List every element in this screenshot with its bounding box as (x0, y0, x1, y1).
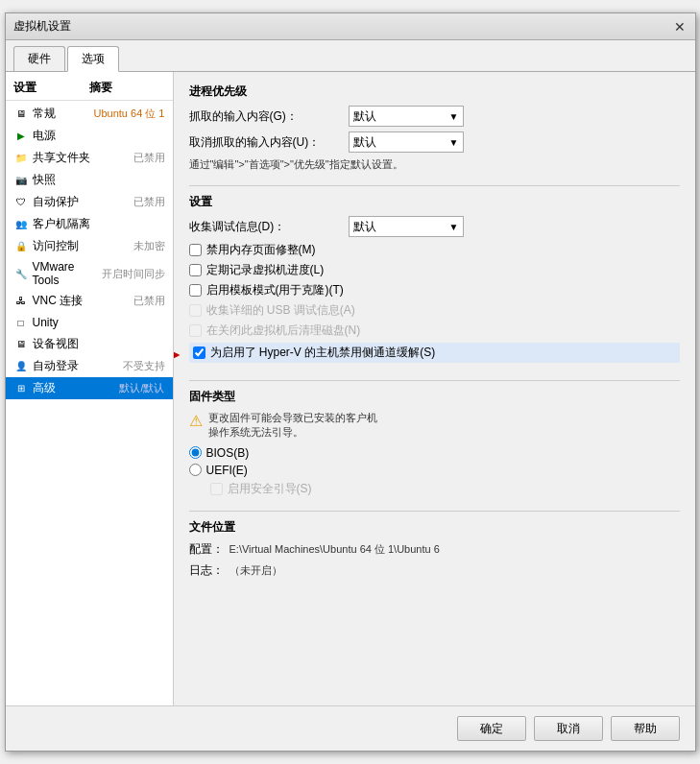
radio-bios-input[interactable] (189, 446, 202, 459)
priority-section: 进程优先级 抓取的输入内容(G)： 默认 ▼ 取消抓取的输入内容(U)： 默认 … (189, 84, 680, 172)
firmware-section: 固件类型 ⚠ 更改固件可能会导致已安装的客户机操作系统无法引导。 BIOS(B)… (189, 389, 680, 497)
close-button[interactable]: ✕ (672, 19, 688, 35)
checkbox-hyperv-label: 为启用了 Hyper-V 的主机禁用侧通道缓解(S) (210, 345, 436, 361)
ok-button[interactable]: 确定 (457, 716, 526, 741)
log-value: （未开启） (229, 563, 680, 578)
radio-uefi-input[interactable] (189, 464, 202, 476)
sidebar-item-label: 高级 (33, 380, 116, 396)
vmware-tools-icon: 🔧 (13, 266, 29, 281)
checkbox-usb-debug-label: 收集详细的 USB 调试信息(A) (206, 302, 355, 319)
radio-bios-label: BIOS(B) (206, 446, 250, 460)
sidebar-item-power[interactable]: ▶ 电源 (6, 125, 173, 147)
title-bar: 虚拟机设置 ✕ (6, 13, 695, 40)
checkbox-disable-memory[interactable]: 禁用内存页面修整(M) (189, 242, 680, 258)
main-dialog: 虚拟机设置 ✕ 硬件 选项 设置 摘要 🖥 常规 Ubuntu 64 位 1 ▶… (5, 12, 696, 752)
sidebar-item-autologin[interactable]: 👤 自动登录 不受支持 (6, 355, 173, 377)
capture-select-arrow: ▼ (449, 111, 459, 122)
sidebar-item-value: 已禁用 (133, 195, 165, 209)
release-row: 取消抓取的输入内容(U)： 默认 ▼ (189, 131, 680, 153)
cancel-button[interactable]: 取消 (534, 716, 603, 741)
divider-2 (189, 380, 680, 381)
sidebar-item-general[interactable]: 🖥 常规 Ubuntu 64 位 1 (6, 103, 173, 125)
checkbox-template-mode-label: 启用模板模式(用于克隆)(T) (206, 282, 344, 298)
checkbox-periodic-log-input[interactable] (189, 264, 202, 276)
settings-section: 设置 收集调试信息(D)： 默认 ▼ 禁用内存页面修整(M) 定期记录虚拟机进度… (189, 194, 680, 367)
checkbox-template-mode-input[interactable] (189, 284, 202, 297)
tab-options[interactable]: 选项 (67, 46, 119, 72)
sidebar-item-vmware-tools[interactable]: 🔧 VMware Tools 开启时间同步 (6, 257, 173, 290)
sidebar-item-label: 共享文件夹 (33, 150, 130, 166)
log-row: 日志： （未开启） (189, 562, 680, 579)
sidebar-item-value: 已禁用 (133, 151, 165, 165)
release-select[interactable]: 默认 ▼ (349, 131, 464, 153)
sidebar-item-label: 自动保护 (33, 194, 130, 210)
sidebar-item-shared-folders[interactable]: 📁 共享文件夹 已禁用 (6, 147, 173, 169)
sidebar-item-label: 常规 (33, 106, 90, 122)
config-row: 配置： E:\Virtual Machines\Ubuntu 64 位 1\Ub… (189, 541, 680, 558)
firmware-warning-row: ⚠ 更改固件可能会导致已安装的客户机操作系统无法引导。 (189, 411, 680, 441)
radio-bios[interactable]: BIOS(B) (189, 446, 680, 460)
checkbox-periodic-log[interactable]: 定期记录虚拟机进度(L) (189, 262, 680, 278)
checkbox-hyperv-input[interactable] (193, 346, 205, 359)
release-label: 取消抓取的输入内容(U)： (189, 134, 343, 151)
sidebar-col-setting: 设置 (13, 80, 89, 96)
vnc-icon: 🖧 (13, 294, 29, 309)
sidebar-item-label: VNC 连接 (33, 293, 130, 309)
sidebar-item-access-control[interactable]: 🔒 访问控制 未加密 (6, 235, 173, 257)
firmware-warning-text: 更改固件可能会导致已安装的客户机操作系统无法引导。 (208, 411, 377, 441)
autologin-icon: 👤 (13, 359, 29, 374)
checkbox-template-mode[interactable]: 启用模板模式(用于克隆)(T) (189, 282, 680, 298)
snapshot-icon: 📷 (13, 173, 29, 188)
collect-label: 收集调试信息(D)： (189, 219, 343, 235)
checkbox-usb-debug: 收集详细的 USB 调试信息(A) (189, 302, 680, 319)
capture-select[interactable]: 默认 ▼ (349, 106, 464, 127)
firmware-title: 固件类型 (189, 389, 680, 405)
checkbox-disable-memory-input[interactable] (189, 244, 202, 256)
sidebar-item-advanced[interactable]: ⊞ 高级 默认/默认 (6, 377, 173, 399)
advanced-icon: ⊞ (13, 381, 29, 396)
sidebar-col-summary: 摘要 (89, 80, 165, 96)
sidebar-item-value: 已禁用 (133, 294, 165, 308)
priority-hint: 通过"编辑">"首选项">"优先级"指定默认设置。 (189, 157, 680, 172)
checkbox-hyperv[interactable]: 为启用了 Hyper-V 的主机禁用侧通道缓解(S) (189, 343, 680, 363)
capture-row: 抓取的输入内容(G)： 默认 ▼ (189, 106, 680, 127)
capture-value: 默认 (353, 108, 376, 125)
device-view-icon: 🖥 (13, 337, 29, 352)
sidebar-item-snapshot[interactable]: 📷 快照 (6, 169, 173, 191)
autoprotect-icon: 🛡 (13, 195, 29, 210)
sidebar-item-device-view[interactable]: 🖥 设备视图 (6, 333, 173, 355)
sidebar-item-value: 不受支持 (123, 359, 165, 373)
config-value: E:\Virtual Machines\Ubuntu 64 位 1\Ubuntu… (229, 542, 680, 557)
sidebar-item-vnc[interactable]: 🖧 VNC 连接 已禁用 (6, 290, 173, 312)
collect-select-arrow: ▼ (449, 222, 459, 232)
warning-icon: ⚠ (189, 412, 203, 430)
checkbox-disable-memory-label: 禁用内存页面修整(M) (206, 242, 316, 258)
collect-value: 默认 (353, 219, 376, 235)
checkbox-secure-boot-input (210, 483, 223, 495)
divider-1 (189, 185, 680, 186)
shared-folder-icon: 📁 (13, 151, 29, 166)
radio-uefi-label: UEFI(E) (206, 464, 248, 477)
sidebar-item-label: 自动登录 (33, 358, 119, 374)
radio-uefi[interactable]: UEFI(E) (189, 464, 680, 477)
help-button[interactable]: 帮助 (611, 716, 680, 741)
checkbox-clean-disk-input (189, 324, 202, 337)
hyperv-row-container: 为启用了 Hyper-V 的主机禁用侧通道缓解(S) (189, 343, 680, 367)
release-select-arrow: ▼ (449, 137, 459, 148)
checkbox-usb-debug-input (189, 304, 202, 317)
log-label: 日志： (189, 562, 224, 579)
checkbox-secure-boot: 启用安全引导(S) (210, 481, 680, 497)
sidebar-item-value: 未加密 (133, 239, 165, 253)
sidebar-item-label: 客户机隔离 (33, 216, 161, 232)
sidebar-item-value: 开启时间同步 (102, 267, 165, 281)
sidebar-item-unity[interactable]: □ Unity (6, 312, 173, 333)
config-label: 配置： (189, 541, 224, 558)
general-icon: 🖥 (13, 107, 29, 122)
tab-hardware[interactable]: 硬件 (13, 46, 65, 71)
sidebar-item-value: Ubuntu 64 位 1 (94, 107, 165, 121)
access-control-icon: 🔒 (13, 239, 29, 254)
collect-select[interactable]: 默认 ▼ (349, 216, 464, 237)
tabs-bar: 硬件 选项 (6, 40, 695, 72)
sidebar-item-autoprotect[interactable]: 🛡 自动保护 已禁用 (6, 191, 173, 213)
sidebar-item-guest-isolation[interactable]: 👥 客户机隔离 (6, 213, 173, 235)
